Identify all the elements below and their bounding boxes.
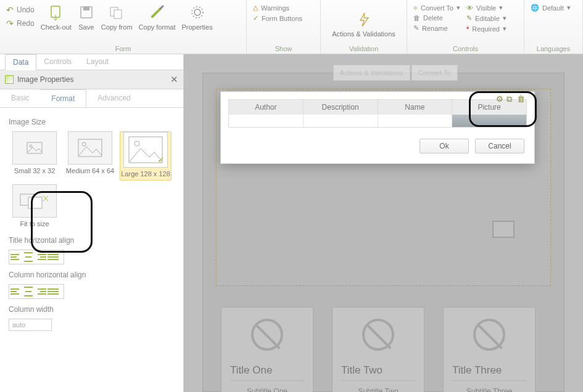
col-align-center[interactable] (23, 286, 34, 297)
convert-to-button[interactable]: ⟡Convert To▾ (413, 4, 460, 12)
editable-button[interactable]: ✎Editable▾ (466, 14, 507, 22)
ribbon-group-controls: Controls (413, 44, 518, 52)
ok-button[interactable]: Ok (420, 139, 469, 153)
svg-rect-14 (28, 197, 42, 208)
grid-cell[interactable] (378, 115, 453, 127)
image-size-label: Image Size (9, 118, 175, 126)
column-width-input[interactable] (9, 319, 52, 331)
ghost-tab-convert: Convert To (411, 65, 458, 81)
form-buttons-button[interactable]: ✓Form Buttons (253, 14, 302, 22)
align-center[interactable] (23, 251, 34, 263)
col-align-right[interactable] (35, 286, 46, 297)
svg-point-5 (194, 9, 201, 15)
svg-point-6 (192, 7, 203, 18)
title-align-group (9, 250, 64, 264)
eye-icon: 👁 (466, 4, 473, 12)
col-align-left[interactable] (10, 286, 22, 297)
subtab-basic[interactable]: Basic (0, 89, 40, 107)
save-icon (78, 4, 95, 21)
warnings-button[interactable]: △Warnings (253, 4, 302, 12)
svg-rect-9 (78, 139, 102, 157)
copy-from-button[interactable]: Copy from (101, 2, 133, 31)
svg-rect-7 (27, 142, 42, 153)
cancel-button[interactable]: Cancel (475, 139, 524, 153)
subtab-advanced[interactable]: Advanced (86, 89, 141, 107)
grid-cell[interactable] (229, 115, 304, 127)
col-halign-label: Column horizontal align (9, 271, 175, 279)
rename-icon: ✎ (413, 24, 419, 32)
ribbon-group-validation: Validation (327, 44, 400, 52)
grid-cell[interactable] (304, 115, 378, 127)
visible-button[interactable]: 👁Visible▾ (466, 4, 507, 12)
redo-icon: ↷ (6, 18, 14, 28)
rename-button[interactable]: ✎Rename (413, 24, 460, 32)
col-header-name[interactable]: Name (378, 100, 453, 115)
ribbon: ↶Undo ↷Redo Check-out Save Copy from Cop… (0, 0, 583, 54)
copy-format-button[interactable]: Copy format (139, 2, 176, 31)
svg-rect-4 (114, 10, 122, 18)
col-align-group (9, 284, 64, 299)
ghost-tab-actions: Actions & Validations (333, 65, 410, 81)
undo-button[interactable]: ↶Undo (6, 5, 35, 15)
col-header-author[interactable]: Author (229, 100, 304, 115)
ribbon-group-form: Form (6, 44, 240, 52)
subtab-format[interactable]: Format (40, 89, 86, 107)
checkout-button[interactable]: Check-out (41, 2, 72, 31)
col-align-justify[interactable] (48, 286, 59, 297)
gear-icon[interactable]: ⚙ (496, 94, 505, 103)
actions-validations-button[interactable]: Actions & Validations (332, 9, 395, 38)
ribbon-group-languages: Languages (531, 44, 576, 52)
bolt-icon (355, 10, 373, 28)
column-picker-dialog: ⚙ ⧉ 🗑 Author Description Name Picture Ok… (220, 91, 535, 164)
brush-icon (149, 4, 166, 21)
ribbon-group-show: Show (253, 44, 314, 52)
svg-point-10 (82, 142, 86, 146)
trash-icon[interactable]: 🗑 (517, 94, 526, 103)
globe-icon: 🌐 (531, 4, 539, 12)
undo-icon: ↶ (6, 5, 14, 15)
required-button[interactable]: *Required▾ (466, 25, 507, 33)
language-button[interactable]: 🌐Default▾ (531, 4, 571, 12)
convert-icon: ⟡ (413, 4, 418, 12)
redo-button[interactable]: ↷Redo (6, 18, 35, 28)
warning-icon: △ (253, 4, 258, 12)
panel-tab-data[interactable]: Data (5, 54, 36, 70)
copy-from-icon (108, 4, 125, 21)
pencil-icon: ✎ (466, 14, 472, 22)
panel-tab-controls[interactable]: Controls (36, 54, 79, 70)
gear-icon (189, 4, 206, 21)
image-icon (5, 75, 14, 84)
title-halign-label: Title horizontal align (9, 236, 175, 245)
trash-icon: 🗑 (413, 14, 420, 22)
align-justify[interactable] (48, 251, 59, 263)
col-width-label: Column width (9, 305, 175, 314)
col-header-description[interactable]: Description (304, 100, 378, 115)
save-button[interactable]: Save (78, 2, 95, 31)
delete-button[interactable]: 🗑Delete (413, 14, 460, 22)
grid-cell-selected[interactable] (452, 115, 526, 127)
close-icon[interactable]: ✕ (170, 74, 178, 85)
properties-panel: Data Controls Layout Image Properties ✕ … (0, 54, 184, 392)
check-icon: ✓ (253, 14, 258, 22)
panel-tab-layout[interactable]: Layout (79, 54, 116, 70)
asterisk-icon: * (466, 25, 469, 33)
checkout-icon (48, 4, 65, 21)
copy-icon[interactable]: ⧉ (507, 94, 515, 103)
svg-point-12 (134, 141, 139, 146)
align-left[interactable] (10, 251, 22, 263)
align-right[interactable] (35, 251, 46, 263)
size-small[interactable]: Small 32 x 32 (9, 131, 60, 181)
size-fit[interactable]: Fit to size (9, 184, 60, 227)
svg-point-8 (30, 145, 32, 147)
properties-button[interactable]: Properties (182, 2, 213, 31)
svg-rect-2 (83, 7, 89, 10)
size-large[interactable]: ✓ Large 128 x 128 (120, 131, 172, 181)
size-medium[interactable]: Medium 64 x 64 (64, 131, 116, 181)
check-icon: ✓ (157, 155, 165, 165)
panel-title: Image Properties (17, 75, 167, 84)
